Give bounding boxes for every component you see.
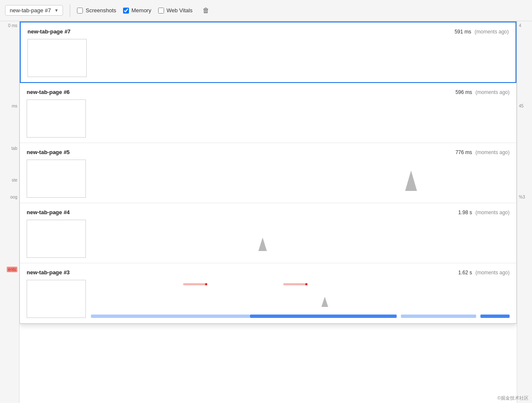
session-3-screenshot [27,280,86,318]
session-4-timeline [91,220,510,258]
session-3-time: (moments ago) [475,270,510,276]
tab-selector-label: new-tab-page #7 [10,7,51,14]
session-6-time: (moments ago) [475,89,510,95]
session-item-5[interactable]: new-tab-page #5 776 ms (moments ago) [20,143,516,203]
session-6-timeline [91,99,510,138]
session-7-time: (moments ago) [474,29,509,35]
session-7-name: new-tab-page #7 [27,28,71,35]
session-3-red-dot-2 [305,283,307,285]
session-5-name: new-tab-page #5 [27,149,70,155]
left-label-tab: tab [11,146,17,151]
memory-label: Memory [132,7,151,14]
session-6-name: new-tab-page #6 [27,89,70,95]
session-5-header: new-tab-page #5 776 ms (moments ago) [27,149,510,155]
session-item-4[interactable]: new-tab-page #4 1.98 s (moments ago) [20,203,516,263]
session-3-blue-bar-1 [250,315,397,318]
session-7-header: new-tab-page #7 591 ms (moments ago) [27,28,509,35]
web-vitals-checkbox[interactable] [158,8,164,14]
session-7-duration: 591 ms [455,29,471,35]
memory-checkbox-item[interactable]: Memory [123,7,151,14]
session-3-blue-bar-light-1 [91,315,250,318]
session-7-screenshot [27,39,87,77]
session-3-red-bar-2 [283,283,307,285]
session-3-header: new-tab-page #3 1.62 s (moments ago) [27,269,510,276]
screenshots-label: Screenshots [85,7,116,14]
session-4-preview [27,220,510,258]
session-4-duration: 1.98 s [458,210,472,215]
watermark: ©掘金技术社区 [497,395,529,401]
session-5-spike [405,171,417,191]
session-6-screenshot [27,99,86,138]
dropdown-panel: new-tab-page #7 591 ms (moments ago) new… [19,21,517,324]
toolbar-separator [70,4,70,17]
session-6-header: new-tab-page #6 596 ms (moments ago) [27,89,510,95]
left-label-ste: ste [12,178,17,182]
session-3-preview [27,280,510,318]
session-4-meta: 1.98 s (moments ago) [458,210,510,215]
left-axis-labels: 0 ms ms tab ste oog ents [0,21,19,403]
session-3-blue-bar-light-2 [401,315,476,318]
left-label-0ms: 0 ms [8,23,17,28]
session-3-blue-bar-2 [480,315,510,318]
session-3-name: new-tab-page #3 [27,269,70,276]
session-5-duration: 776 ms [455,149,472,155]
session-4-time: (moments ago) [475,210,510,215]
right-label-pct: %3 [519,195,525,199]
main-content: new-tab-page #7 591 ms (moments ago) new… [19,21,517,403]
session-3-red-bar-1 [183,283,206,285]
session-5-time: (moments ago) [475,149,510,155]
session-item-3[interactable]: new-tab-page #3 1.62 s (moments ago) [20,263,516,323]
delete-button[interactable]: 🗑 [201,5,211,16]
session-item-6[interactable]: new-tab-page #6 596 ms (moments ago) [20,83,516,143]
web-vitals-checkbox-item[interactable]: Web Vitals [158,7,193,14]
session-5-preview [27,160,510,198]
session-3-meta: 1.62 s (moments ago) [458,270,510,276]
right-label-45: 45 [519,104,524,108]
session-4-header: new-tab-page #4 1.98 s (moments ago) [27,209,510,215]
left-label-ents: ents [7,267,17,272]
session-5-screenshot [27,160,86,198]
tab-selector[interactable]: new-tab-page #7 ▼ [5,5,63,16]
session-3-red-dot-1 [205,283,207,285]
session-6-preview [27,99,510,138]
session-3-timeline [91,280,510,318]
memory-checkbox[interactable] [123,8,129,14]
screenshots-checkbox[interactable] [77,8,83,14]
session-7-preview [27,39,509,77]
session-5-timeline [91,160,510,198]
session-5-meta: 776 ms (moments ago) [455,149,510,155]
chevron-down-icon: ▼ [55,8,59,13]
web-vitals-label: Web Vitals [167,7,193,14]
left-label-oog: oog [10,195,17,199]
left-label-ms: ms [12,104,17,108]
session-item-7[interactable]: new-tab-page #7 591 ms (moments ago) [20,22,516,83]
session-7-timeline [92,39,509,77]
session-4-screenshot [27,220,86,258]
right-axis-labels: 4 45 %3 [517,21,532,403]
session-4-name: new-tab-page #4 [27,209,70,215]
session-7-meta: 591 ms (moments ago) [455,29,509,35]
right-label-4: 4 [519,23,521,28]
session-6-meta: 596 ms (moments ago) [455,89,510,95]
screenshots-checkbox-item[interactable]: Screenshots [77,7,116,14]
session-3-duration: 1.62 s [458,270,472,276]
session-3-spike [321,297,328,307]
session-4-spike [258,237,267,251]
toolbar: new-tab-page #7 ▼ Screenshots Memory Web… [0,0,532,21]
session-6-duration: 596 ms [455,89,472,95]
